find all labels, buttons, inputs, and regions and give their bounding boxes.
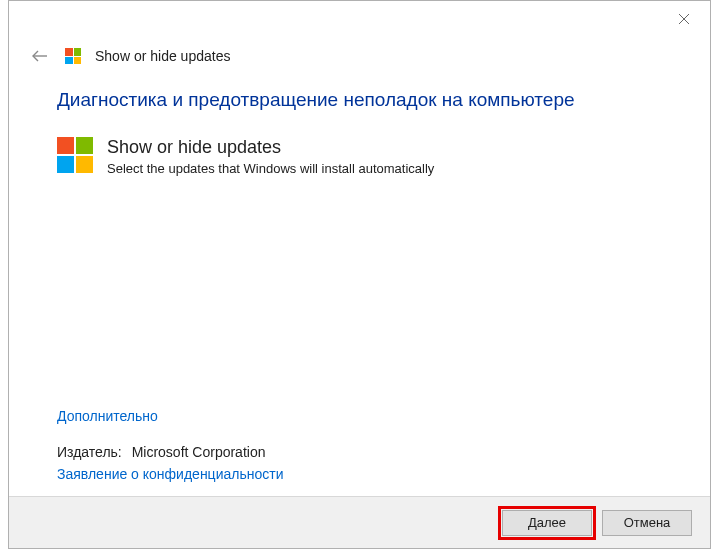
publisher-row: Издатель: Microsoft Corporation (57, 444, 662, 460)
privacy-link[interactable]: Заявление о конфиденциальности (57, 466, 283, 482)
app-description: Select the updates that Windows will ins… (107, 161, 434, 176)
titlebar (9, 1, 710, 37)
app-title: Show or hide updates (107, 137, 434, 159)
page-title: Диагностика и предотвращение неполадок н… (57, 89, 662, 111)
advanced-link[interactable]: Дополнительно (57, 408, 158, 424)
microsoft-logo-icon (57, 137, 93, 173)
microsoft-logo-icon (65, 48, 81, 64)
publisher-label: Издатель: (57, 444, 122, 460)
next-button[interactable]: Далее (502, 510, 592, 536)
content: Диагностика и предотвращение неполадок н… (9, 81, 710, 496)
back-arrow-icon[interactable] (29, 45, 51, 67)
close-icon[interactable] (672, 7, 696, 31)
cancel-button[interactable]: Отмена (602, 510, 692, 536)
app-block: Show or hide updates Select the updates … (57, 137, 662, 176)
footer: Далее Отмена (9, 496, 710, 548)
header: Show or hide updates (9, 37, 710, 81)
troubleshooter-dialog: Show or hide updates Диагностика и предо… (8, 0, 711, 549)
header-title: Show or hide updates (95, 48, 230, 64)
publisher-value: Microsoft Corporation (132, 444, 266, 460)
